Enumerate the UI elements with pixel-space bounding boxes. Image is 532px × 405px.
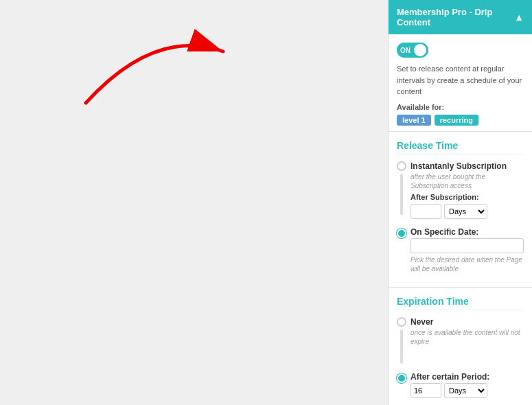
after-subscription-row: After Subscription: xyxy=(410,193,524,201)
never-content: Never once is available the content will… xyxy=(410,317,524,349)
specific-date-release-input[interactable] xyxy=(410,238,524,253)
after-period-content: After certain Period: Days Weeks Months xyxy=(410,372,524,401)
slider-track-release xyxy=(400,174,403,215)
toggle-description: Set to release content at regular interv… xyxy=(397,63,524,97)
after-subscription-label: After Subscription: xyxy=(410,193,479,201)
available-for-label: Available for: xyxy=(397,103,524,111)
expiration-option-never: Never once is available the content will… xyxy=(397,317,524,367)
radio-never[interactable] xyxy=(397,317,406,327)
after-subscription-inputs: Days Weeks Months xyxy=(410,204,524,219)
specific-date-release-content: On Specific Date: Pick the desired date … xyxy=(410,227,524,273)
panel-header[interactable]: Membership Pro - Drip Content ▲ xyxy=(389,0,532,34)
instantly-subtitle: after the user bought the Subscription a… xyxy=(410,172,524,190)
toggle-row: ON xyxy=(397,43,524,58)
after-period-title: After certain Period: xyxy=(410,372,524,382)
badge-level1[interactable]: level 1 xyxy=(397,115,431,126)
radio-specific-date-release[interactable] xyxy=(397,229,406,238)
toggle-knob xyxy=(414,44,426,56)
period-inputs: Days Weeks Months xyxy=(410,383,524,398)
left-area xyxy=(0,0,388,405)
expiration-option-period: After certain Period: Days Weeks Months xyxy=(397,372,524,401)
radio-after-period[interactable] xyxy=(397,373,406,383)
specific-date-release-title: On Specific Date: xyxy=(410,227,524,237)
never-title: Never xyxy=(410,317,524,327)
after-subscription-value[interactable] xyxy=(410,204,441,219)
release-time-section: Release Time Instantanly Subscription af… xyxy=(389,132,532,288)
never-subtitle: once is available the content will not e… xyxy=(410,328,524,346)
badges-container: level 1 recurring xyxy=(397,115,524,126)
toggle-switch[interactable]: ON xyxy=(397,43,428,58)
expiration-time-title: Expiration Time xyxy=(397,296,524,310)
after-subscription-unit[interactable]: Days Weeks Months xyxy=(444,204,487,219)
release-option-instantly: Instantanly Subscription after the user … xyxy=(397,161,524,222)
release-time-title: Release Time xyxy=(397,140,524,154)
chevron-icon[interactable]: ▲ xyxy=(514,12,524,23)
specific-date-release-hint: Pick the desired date when the Page will… xyxy=(410,255,524,273)
period-unit-select[interactable]: Days Weeks Months xyxy=(444,383,487,398)
period-value-input[interactable] xyxy=(410,383,441,398)
toggle-section: ON Set to release content at regular int… xyxy=(389,34,532,132)
radio-instantly[interactable] xyxy=(397,161,406,171)
right-panel: Membership Pro - Drip Content ▲ ON Set t… xyxy=(388,0,532,405)
release-option-specific-date: On Specific Date: Pick the desired date … xyxy=(397,227,524,273)
arrow-annotation xyxy=(45,14,251,117)
instantly-content: Instantanly Subscription after the user … xyxy=(410,161,524,222)
panel-title: Membership Pro - Drip Content xyxy=(397,7,514,27)
toggle-label: ON xyxy=(400,47,410,54)
badge-recurring[interactable]: recurring xyxy=(435,115,478,126)
instantly-title: Instantanly Subscription xyxy=(410,161,524,171)
expiration-time-section: Expiration Time Never once is available … xyxy=(389,288,532,406)
slider-track-expiry xyxy=(400,329,403,364)
